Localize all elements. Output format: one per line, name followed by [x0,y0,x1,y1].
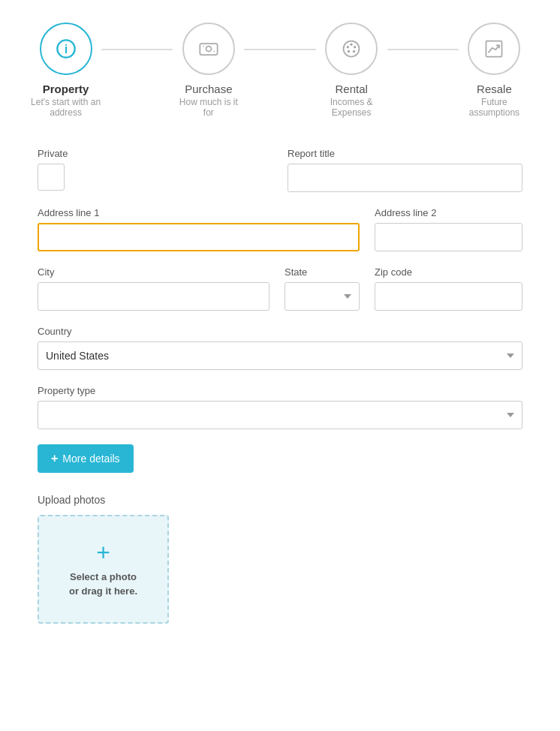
report-title-label: Report title [288,148,522,159]
upload-drag-label: or drag it here. [69,585,137,597]
zip-label: Zip code [375,266,522,278]
row-country: Country United States Canada United King… [38,326,522,370]
step-rental-title: Rental [316,83,387,95]
address-line2-input[interactable] [375,223,522,251]
state-label: State [285,266,360,278]
info-icon: i [56,38,77,59]
step-resale-label: Resale Future assumptions [459,83,530,118]
step-rental-circle [325,23,378,75]
stepper: i Property Let's start with an address P… [30,15,530,118]
upload-photos-label: Upload photos [38,494,522,506]
more-details-label: More details [62,453,119,465]
step-purchase-circle [182,23,235,75]
upload-text: Select a photo or drag it here. [69,570,137,597]
step-property[interactable]: i Property Let's start with an address [30,23,101,118]
row-city-state-zip: City State AL AK CA NY TX FL Zip code [38,266,522,311]
palette-icon [341,38,362,59]
svg-rect-2 [200,44,217,55]
step-resale-circle [468,23,520,75]
city-label: City [38,266,269,278]
address-line1-group: Address line 1 [38,207,360,251]
svg-point-11 [348,50,351,53]
svg-point-8 [350,43,353,46]
upload-area[interactable]: + Select a photo or drag it here. [38,515,169,624]
row-address: Address line 1 Address line 2 [38,207,522,251]
more-details-button[interactable]: + More details [38,444,134,473]
zip-group: Zip code [375,266,522,311]
report-title-input[interactable] [288,164,522,192]
step-rental[interactable]: Rental Incomes & Expenses [316,23,387,118]
svg-point-7 [347,46,350,48]
money-icon [198,38,219,59]
plus-icon: + [51,452,58,465]
address-line2-group: Address line 2 [375,207,522,251]
step-resale-subtitle: Future assumptions [459,97,530,118]
connector-2 [244,49,315,50]
address-line1-label: Address line 1 [38,207,360,218]
step-rental-label: Rental Incomes & Expenses [316,83,387,118]
city-input[interactable] [38,282,269,311]
country-group: Country United States Canada United King… [38,326,522,370]
country-label: Country [38,326,522,337]
property-type-group: Property type Single Family Multi Family… [38,385,522,429]
step-purchase[interactable]: Purchase How much is it for [173,23,244,118]
property-type-select[interactable]: Single Family Multi Family Condo Townhou… [38,401,522,429]
svg-point-3 [206,47,211,52]
upload-section: Upload photos + Select a photo or drag i… [38,494,522,624]
step-rental-subtitle: Incomes & Expenses [316,97,387,118]
connector-1 [101,49,173,50]
address-line2-label: Address line 2 [375,207,522,218]
private-label: Private [38,148,68,159]
step-property-title: Property [30,83,101,95]
row-private-report: Private Report title [38,148,522,192]
private-group: Private [38,148,272,192]
state-select[interactable]: AL AK CA NY TX FL [285,282,360,311]
address-line1-input[interactable] [38,223,360,251]
private-checkbox[interactable] [38,164,65,191]
step-property-subtitle: Let's start with an address [30,97,101,118]
city-group: City [38,266,269,311]
step-purchase-label: Purchase How much is it for [173,83,244,118]
connector-3 [387,49,459,50]
upload-select-label: Select a photo [70,571,137,582]
chart-icon [483,38,504,59]
report-title-group: Report title [288,148,522,192]
step-resale[interactable]: Resale Future assumptions [459,23,530,118]
upload-plus-icon: + [96,540,110,564]
step-resale-title: Resale [459,83,530,95]
property-type-label: Property type [38,385,522,396]
country-select[interactable]: United States Canada United Kingdom Aust… [38,341,522,370]
step-purchase-title: Purchase [173,83,244,95]
svg-point-9 [354,46,357,48]
row-property-type: Property type Single Family Multi Family… [38,385,522,429]
step-property-circle: i [40,23,92,75]
svg-text:i: i [64,42,68,56]
state-group: State AL AK CA NY TX FL [285,266,360,311]
svg-point-10 [353,50,356,53]
form: Private Report title Address line 1 Addr… [30,148,530,624]
step-property-label: Property Let's start with an address [30,83,101,118]
step-purchase-subtitle: How much is it for [173,97,244,118]
zip-input[interactable] [375,282,522,311]
